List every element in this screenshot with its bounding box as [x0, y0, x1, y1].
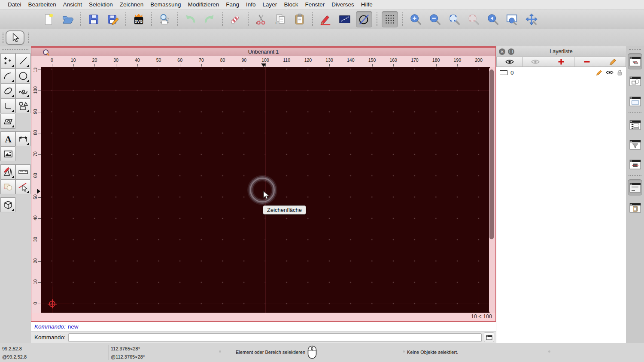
svg-export-button[interactable]: SVG — [131, 11, 147, 27]
save-as-button[interactable] — [105, 11, 121, 27]
grid-toggle-button[interactable] — [382, 11, 398, 27]
layer-row[interactable]: 0 — [496, 68, 626, 77]
library-browser-window-icon — [629, 160, 641, 169]
toolbar-handle[interactable] — [28, 33, 29, 43]
modify-tools-button[interactable] — [0, 164, 15, 179]
application-preferences-button[interactable] — [337, 11, 353, 27]
cad-tool-palette: A — [0, 46, 31, 343]
toolbar-separator — [125, 12, 126, 26]
modify-icon — [3, 167, 13, 177]
layer-visible-eye-icon[interactable] — [606, 70, 614, 75]
redo-button[interactable] — [201, 11, 218, 27]
snap-tool-button[interactable] — [15, 179, 30, 194]
drawing-preferences-button[interactable] — [317, 11, 334, 27]
selection-pointer-button[interactable] — [6, 30, 24, 45]
undo-button[interactable] — [182, 11, 198, 27]
vertical-scrollbar-thumb[interactable] — [489, 69, 494, 239]
property-editor-panel-toggle[interactable] — [628, 117, 642, 133]
minus-icon — [583, 58, 590, 65]
zoom-out-button[interactable] — [427, 11, 443, 27]
auto-zoom-button[interactable] — [446, 11, 462, 27]
block-list-panel-toggle[interactable] — [628, 73, 642, 89]
remove-layer-button[interactable] — [574, 57, 600, 67]
block-edit-tool-button[interactable] — [0, 179, 15, 194]
zoom-window-button[interactable] — [504, 11, 520, 27]
menu-item[interactable]: Selektion — [85, 1, 116, 8]
dimension-tool-button[interactable] — [15, 131, 30, 146]
copy-button[interactable]: + — [272, 11, 289, 27]
menu-item[interactable]: Diverses — [328, 1, 358, 8]
edit-layer-button[interactable] — [600, 57, 626, 67]
draft-mode-button[interactable] — [356, 11, 372, 27]
pan-button[interactable] — [523, 11, 540, 27]
paste-button[interactable] — [292, 11, 308, 27]
menu-item[interactable]: Layer — [259, 1, 281, 8]
solid-tool-button[interactable] — [0, 197, 15, 212]
zoom-selection-button[interactable] — [465, 11, 482, 27]
menu-item[interactable]: Datei — [4, 1, 25, 8]
arc-tool-button[interactable] — [0, 68, 15, 83]
command-input[interactable] — [68, 333, 482, 342]
v-ruler-tick — [38, 176, 41, 176]
shapes-tool-button[interactable] — [15, 98, 30, 113]
drawing-canvas[interactable]: Zeichenfläche — [41, 67, 490, 314]
cut-button[interactable]: + — [253, 11, 269, 27]
polyline-tool-button[interactable] — [0, 98, 15, 113]
command-window-toggle-button[interactable] — [484, 332, 494, 342]
h-ruler-label: 70 — [196, 57, 207, 63]
palette-handle[interactable] — [2, 49, 28, 50]
print-preview-button[interactable] — [156, 11, 173, 27]
v-ruler-tick — [38, 133, 41, 133]
open-file-button[interactable] — [60, 11, 76, 27]
h-ruler-label: 100 — [260, 57, 271, 63]
text-tool-button[interactable]: A — [0, 131, 15, 146]
menu-item[interactable]: Bearbeiten — [25, 1, 60, 8]
h-ruler-label: 80 — [217, 57, 228, 63]
menu-item[interactable]: Fenster — [301, 1, 328, 8]
toolbar-handle[interactable] — [3, 33, 3, 43]
ellipse-tool-button[interactable] — [0, 83, 15, 98]
menu-item[interactable]: Block — [280, 1, 301, 8]
open-folder-icon — [61, 13, 74, 26]
selection-filter-panel-toggle[interactable] — [628, 136, 642, 153]
command-line: Kommando: — [31, 332, 496, 343]
circle-tool-button[interactable] — [15, 68, 30, 83]
hide-all-layers-button[interactable] — [522, 57, 548, 67]
previous-view-button[interactable] — [485, 11, 501, 27]
line-tool-button[interactable] — [15, 53, 30, 68]
layer-lock-icon[interactable] — [617, 69, 623, 76]
panel-float-button[interactable]: ❐ — [508, 48, 514, 55]
add-layer-button[interactable] — [548, 57, 574, 67]
panel-close-button[interactable]: ✕ — [499, 48, 505, 55]
menu-item[interactable]: Info — [243, 1, 259, 8]
menu-item[interactable]: Ansicht — [60, 1, 85, 8]
menu-item[interactable]: Fang — [222, 1, 243, 8]
dock-handle[interactable] — [629, 49, 641, 50]
vertical-scrollbar[interactable] — [489, 67, 494, 314]
menu-item[interactable]: Bemassung — [147, 1, 184, 8]
clipboard-panel-toggle[interactable] — [628, 199, 642, 216]
layer-list-panel-toggle[interactable] — [628, 53, 642, 69]
show-all-layers-button[interactable] — [496, 57, 522, 67]
h-ruler-tick — [94, 64, 95, 66]
h-ruler-tick — [201, 64, 202, 66]
image-tool-button[interactable] — [0, 146, 15, 161]
save-button[interactable] — [85, 11, 102, 27]
svg-text:+: + — [255, 21, 258, 25]
library-browser-panel-toggle[interactable] — [628, 156, 642, 172]
command-line-panel-toggle[interactable] — [628, 179, 642, 196]
layer-edit-pencil-icon[interactable] — [596, 69, 602, 76]
menu-item[interactable]: Modifizieren — [185, 1, 223, 8]
document-titlebar[interactable]: Unbenannt 1 — [31, 47, 495, 56]
points-tool-button[interactable] — [0, 53, 15, 68]
view-list-panel-toggle[interactable] — [628, 93, 642, 109]
new-file-button[interactable] — [40, 11, 57, 27]
menu-item[interactable]: Hilfe — [358, 1, 376, 8]
menu-item[interactable]: Zeichnen — [116, 1, 147, 8]
hatch-tool-button[interactable] — [0, 114, 15, 129]
delete-eraser-button[interactable] — [227, 11, 243, 27]
spline-tool-button[interactable] — [15, 83, 30, 98]
layer-color-swatch[interactable] — [500, 70, 507, 75]
measure-tool-button[interactable] — [15, 164, 30, 179]
zoom-in-button[interactable] — [407, 11, 424, 27]
